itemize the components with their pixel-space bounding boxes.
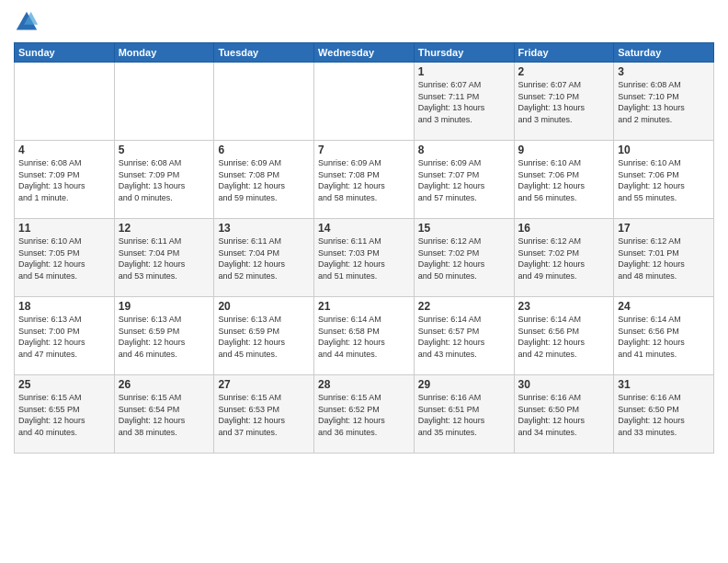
day-number: 20 [218, 300, 310, 313]
col-header-sunday: Sunday [15, 43, 115, 63]
day-number: 6 [218, 144, 310, 156]
col-header-thursday: Thursday [414, 43, 514, 63]
day-info: Sunrise: 6:15 AM Sunset: 6:52 PM Dayligh… [318, 392, 410, 438]
day-info: Sunrise: 6:16 AM Sunset: 6:50 PM Dayligh… [518, 392, 610, 438]
day-cell: 26Sunrise: 6:15 AM Sunset: 6:54 PM Dayli… [114, 375, 214, 454]
day-info: Sunrise: 6:16 AM Sunset: 6:51 PM Dayligh… [418, 392, 510, 438]
day-number: 15 [418, 222, 510, 235]
day-number: 19 [119, 300, 210, 313]
day-info: Sunrise: 6:11 AM Sunset: 7:03 PM Dayligh… [318, 236, 410, 282]
day-info: Sunrise: 6:12 AM Sunset: 7:02 PM Dayligh… [518, 236, 610, 282]
day-info: Sunrise: 6:08 AM Sunset: 7:09 PM Dayligh… [18, 157, 110, 203]
day-info: Sunrise: 6:10 AM Sunset: 7:06 PM Dayligh… [618, 157, 710, 203]
day-cell: 27Sunrise: 6:15 AM Sunset: 6:53 PM Dayli… [214, 375, 314, 454]
day-number: 23 [518, 300, 610, 313]
day-number: 26 [119, 378, 210, 391]
day-cell: 25Sunrise: 6:15 AM Sunset: 6:55 PM Dayli… [15, 375, 115, 454]
day-info: Sunrise: 6:14 AM Sunset: 6:56 PM Dayligh… [518, 314, 610, 360]
day-info: Sunrise: 6:09 AM Sunset: 7:07 PM Dayligh… [418, 157, 510, 203]
day-cell: 20Sunrise: 6:13 AM Sunset: 6:59 PM Dayli… [214, 297, 314, 375]
day-number: 4 [18, 144, 110, 156]
day-number: 5 [119, 144, 210, 156]
day-info: Sunrise: 6:14 AM Sunset: 6:57 PM Dayligh… [418, 314, 510, 360]
day-info: Sunrise: 6:12 AM Sunset: 7:02 PM Dayligh… [418, 236, 510, 282]
day-info: Sunrise: 6:07 AM Sunset: 7:10 PM Dayligh… [518, 79, 610, 125]
day-info: Sunrise: 6:13 AM Sunset: 7:00 PM Dayligh… [18, 314, 110, 360]
day-number: 31 [618, 378, 710, 391]
col-header-friday: Friday [514, 43, 614, 63]
day-number: 3 [618, 65, 710, 78]
day-info: Sunrise: 6:13 AM Sunset: 6:59 PM Dayligh… [218, 314, 310, 360]
day-cell: 3Sunrise: 6:08 AM Sunset: 7:10 PM Daylig… [614, 63, 714, 141]
day-info: Sunrise: 6:10 AM Sunset: 7:06 PM Dayligh… [518, 157, 610, 203]
week-row-5: 25Sunrise: 6:15 AM Sunset: 6:55 PM Dayli… [15, 375, 714, 454]
day-cell: 30Sunrise: 6:16 AM Sunset: 6:50 PM Dayli… [514, 375, 614, 454]
day-number: 28 [318, 378, 410, 391]
header-row: SundayMondayTuesdayWednesdayThursdayFrid… [15, 43, 714, 63]
day-number: 14 [318, 222, 410, 235]
day-cell: 2Sunrise: 6:07 AM Sunset: 7:10 PM Daylig… [514, 63, 614, 141]
day-number: 18 [18, 300, 110, 313]
day-info: Sunrise: 6:14 AM Sunset: 6:56 PM Dayligh… [618, 314, 710, 360]
day-cell [15, 63, 115, 141]
day-cell: 11Sunrise: 6:10 AM Sunset: 7:05 PM Dayli… [15, 219, 115, 297]
day-cell: 6Sunrise: 6:09 AM Sunset: 7:08 PM Daylig… [214, 141, 314, 219]
day-cell: 4Sunrise: 6:08 AM Sunset: 7:09 PM Daylig… [15, 141, 115, 219]
day-cell: 5Sunrise: 6:08 AM Sunset: 7:09 PM Daylig… [114, 141, 214, 219]
day-cell: 19Sunrise: 6:13 AM Sunset: 6:59 PM Dayli… [114, 297, 214, 375]
day-cell: 22Sunrise: 6:14 AM Sunset: 6:57 PM Dayli… [414, 297, 514, 375]
day-number: 16 [518, 222, 610, 235]
day-number: 1 [418, 65, 510, 78]
day-number: 10 [618, 144, 710, 156]
day-info: Sunrise: 6:08 AM Sunset: 7:09 PM Dayligh… [119, 157, 210, 203]
day-cell: 15Sunrise: 6:12 AM Sunset: 7:02 PM Dayli… [414, 219, 514, 297]
day-number: 7 [318, 144, 410, 156]
day-cell: 13Sunrise: 6:11 AM Sunset: 7:04 PM Dayli… [214, 219, 314, 297]
col-header-tuesday: Tuesday [214, 43, 314, 63]
logo [14, 9, 43, 35]
day-info: Sunrise: 6:07 AM Sunset: 7:11 PM Dayligh… [418, 79, 510, 125]
day-cell: 17Sunrise: 6:12 AM Sunset: 7:01 PM Dayli… [614, 219, 714, 297]
day-cell: 28Sunrise: 6:15 AM Sunset: 6:52 PM Dayli… [314, 375, 415, 454]
day-number: 11 [18, 222, 110, 235]
day-info: Sunrise: 6:15 AM Sunset: 6:53 PM Dayligh… [218, 392, 310, 438]
day-info: Sunrise: 6:11 AM Sunset: 7:04 PM Dayligh… [218, 236, 310, 282]
day-info: Sunrise: 6:16 AM Sunset: 6:50 PM Dayligh… [618, 392, 710, 438]
day-number: 24 [618, 300, 710, 313]
day-number: 25 [18, 378, 110, 391]
day-info: Sunrise: 6:15 AM Sunset: 6:54 PM Dayligh… [119, 392, 210, 438]
week-row-3: 11Sunrise: 6:10 AM Sunset: 7:05 PM Dayli… [15, 219, 714, 297]
day-cell: 10Sunrise: 6:10 AM Sunset: 7:06 PM Dayli… [614, 141, 714, 219]
day-cell: 1Sunrise: 6:07 AM Sunset: 7:11 PM Daylig… [414, 63, 514, 141]
day-number: 9 [518, 144, 610, 156]
calendar-table: SundayMondayTuesdayWednesdayThursdayFrid… [14, 42, 714, 454]
page: SundayMondayTuesdayWednesdayThursdayFrid… [0, 0, 728, 463]
day-number: 13 [218, 222, 310, 235]
day-info: Sunrise: 6:13 AM Sunset: 6:59 PM Dayligh… [119, 314, 210, 360]
day-info: Sunrise: 6:15 AM Sunset: 6:55 PM Dayligh… [18, 392, 110, 438]
day-number: 22 [418, 300, 510, 313]
day-cell [214, 63, 314, 141]
day-cell: 16Sunrise: 6:12 AM Sunset: 7:02 PM Dayli… [514, 219, 614, 297]
day-cell: 23Sunrise: 6:14 AM Sunset: 6:56 PM Dayli… [514, 297, 614, 375]
day-number: 8 [418, 144, 510, 156]
day-info: Sunrise: 6:08 AM Sunset: 7:10 PM Dayligh… [618, 79, 710, 125]
col-header-saturday: Saturday [614, 43, 714, 63]
day-number: 2 [518, 65, 610, 78]
day-cell: 9Sunrise: 6:10 AM Sunset: 7:06 PM Daylig… [514, 141, 614, 219]
day-number: 29 [418, 378, 510, 391]
col-header-wednesday: Wednesday [314, 43, 415, 63]
day-cell: 21Sunrise: 6:14 AM Sunset: 6:58 PM Dayli… [314, 297, 415, 375]
day-cell: 24Sunrise: 6:14 AM Sunset: 6:56 PM Dayli… [614, 297, 714, 375]
day-cell [314, 63, 415, 141]
logo-icon [14, 9, 40, 35]
day-number: 21 [318, 300, 410, 313]
week-row-1: 1Sunrise: 6:07 AM Sunset: 7:11 PM Daylig… [15, 63, 714, 141]
day-number: 27 [218, 378, 310, 391]
day-info: Sunrise: 6:09 AM Sunset: 7:08 PM Dayligh… [318, 157, 410, 203]
week-row-4: 18Sunrise: 6:13 AM Sunset: 7:00 PM Dayli… [15, 297, 714, 375]
day-info: Sunrise: 6:11 AM Sunset: 7:04 PM Dayligh… [119, 236, 210, 282]
day-cell: 18Sunrise: 6:13 AM Sunset: 7:00 PM Dayli… [15, 297, 115, 375]
day-cell [114, 63, 214, 141]
day-number: 17 [618, 222, 710, 235]
